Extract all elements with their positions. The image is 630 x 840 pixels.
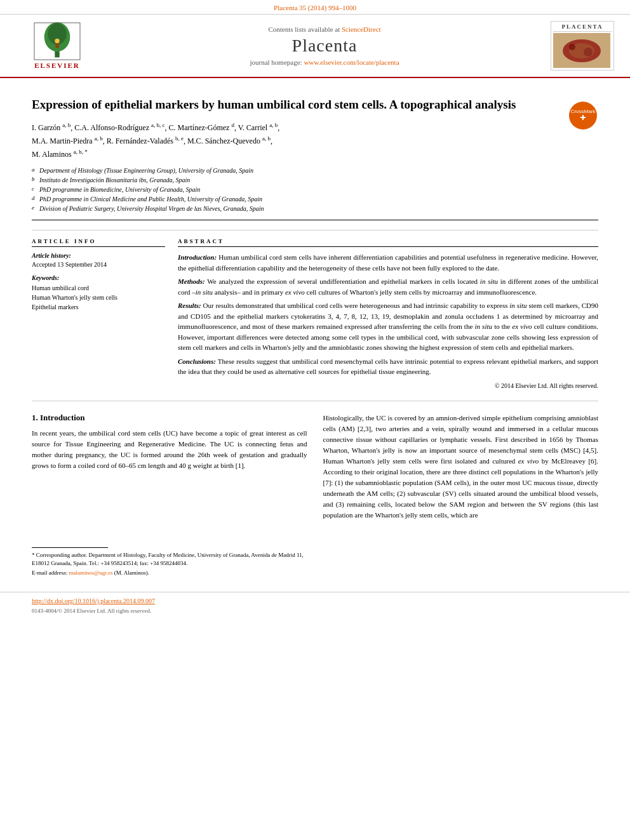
- author-4: V. Carriel a, b,: [238, 123, 279, 132]
- author-3: C. Martínez-Gómez d,: [168, 123, 236, 132]
- abstract-conclusions: Conclusions: These results suggest that …: [178, 356, 598, 377]
- keywords-list: Human umbilical cord Human Wharton's jel…: [32, 283, 165, 312]
- abstract-methods-label: Methods:: [178, 277, 205, 285]
- author-6: R. Fernández-Valadés b, e,: [107, 137, 185, 145]
- affil-a: a Department of Histology (Tissue Engine…: [32, 166, 598, 175]
- footnote-p1: * Corresponding author. Department of Hi…: [32, 551, 307, 567]
- keywords-title: Keywords:: [32, 274, 165, 281]
- abstract-results: Results: Our results demonstrated that u…: [178, 300, 598, 353]
- two-column-section: ARTICLE INFO Article history: Accepted 1…: [32, 230, 598, 389]
- elsevier-tree-icon: [32, 22, 83, 60]
- page-container: Placenta 35 (2014) 994–1000: [0, 0, 630, 622]
- svg-rect-5: [55, 43, 59, 48]
- placenta-logo-box: PLACENTA: [551, 21, 614, 70]
- citation-bar: Placenta 35 (2014) 994–1000: [0, 0, 630, 15]
- article-info-col: ARTICLE INFO Article history: Accepted 1…: [32, 238, 165, 389]
- journal-name: Placenta: [102, 36, 547, 56]
- section-divider: [32, 401, 598, 401]
- affil-d: d PhD programme in Clinical Medicine and…: [32, 194, 598, 204]
- sciencedirect-line: Contents lists available at ScienceDirec…: [102, 25, 547, 33]
- abstract-intro: Introduction: Human umbilical cord stem …: [178, 252, 598, 273]
- svg-point-11: [584, 48, 593, 57]
- article-history-label: Article history:: [32, 252, 165, 259]
- authors-line: I. Garzón a, b, C.A. Alfonso-Rodríguez a…: [32, 121, 598, 161]
- journal-header-center: Contents lists available at ScienceDirec…: [102, 25, 547, 66]
- affil-c: c PhD programme in Biomedicine, Universi…: [32, 185, 598, 194]
- elsevier-logo-area: ELSEVIER: [13, 22, 102, 69]
- author-2: C.A. Alfonso-Rodríguez a, b, c,: [74, 123, 166, 132]
- main-content: CrossMark Expression of epithelial marke…: [0, 78, 630, 592]
- keyword-3: Epithelial markers: [32, 302, 165, 312]
- journal-header: ELSEVIER Contents lists available at Sci…: [0, 15, 630, 78]
- journal-homepage-link[interactable]: www.elsevier.com/locate/placenta: [304, 58, 399, 66]
- abstract-results-text: Our results demonstrated that umbilical …: [178, 302, 598, 351]
- journal-header-right: PLACENTA: [547, 21, 617, 70]
- abstract-conclusions-label: Conclusions:: [178, 357, 216, 365]
- footnote-email-link[interactable]: malaminos@ugr.es: [69, 570, 112, 576]
- affil-c-text: PhD programme in Biomedicine, University…: [39, 185, 200, 194]
- placenta-image-svg: [553, 33, 610, 68]
- author-7: M.C. Sánchez-Quevedo a, b,: [187, 137, 272, 145]
- sciencedirect-link[interactable]: ScienceDirect: [342, 25, 381, 33]
- intro-right-text: Histologically, the UC is covered by an …: [323, 413, 599, 521]
- body-two-col: 1. Introduction In recent years, the umb…: [32, 413, 598, 579]
- affil-e: e Division of Pediatric Surgery, Univers…: [32, 204, 598, 213]
- intro-heading: 1. Introduction: [32, 413, 307, 423]
- intro-para-1: In recent years, the umbilical cord stem…: [32, 428, 307, 471]
- affil-e-text: Division of Pediatric Surgery, Universit…: [39, 204, 264, 213]
- abstract-results-label: Results:: [178, 302, 201, 309]
- abstract-text: Introduction: Human umbilical cord stem …: [178, 252, 598, 377]
- abstract-col: ABSTRACT Introduction: Human umbilical c…: [178, 238, 598, 389]
- abstract-conclusions-text: These results suggest that umbilical cor…: [178, 357, 598, 376]
- abstract-methods-text: We analyzed the expression of several un…: [178, 277, 598, 296]
- article-title-section: CrossMark Expression of epithelial marke…: [32, 88, 598, 220]
- intro-para-right: Histologically, the UC is covered by an …: [323, 413, 599, 521]
- footnote-email: E-mail address: malaminos@ugr.es (M. Ala…: [32, 569, 307, 577]
- affil-b-text: Instituto de Investigación Biosanitaria …: [39, 175, 190, 185]
- placenta-logo-title: PLACENTA: [553, 23, 612, 32]
- elsevier-label-text: ELSEVIER: [34, 62, 80, 69]
- footer-doi-link[interactable]: http://dx.doi.org/10.1016/j.placenta.201…: [32, 597, 598, 604]
- article-info-title: ARTICLE INFO: [32, 238, 165, 247]
- footnote-divider: [32, 547, 108, 548]
- body-col-left: 1. Introduction In recent years, the umb…: [32, 413, 307, 579]
- elsevier-logo: ELSEVIER: [32, 22, 83, 69]
- abstract-intro-label: Introduction:: [178, 253, 217, 261]
- body-col-right: Histologically, the UC is covered by an …: [323, 413, 599, 579]
- affil-b: b Instituto de Investigación Biosanitari…: [32, 175, 598, 185]
- svg-point-4: [55, 39, 59, 43]
- keyword-2: Human Wharton's jelly stem cells: [32, 293, 165, 302]
- abstract-methods: Methods: We analyzed the expression of s…: [178, 276, 598, 297]
- author-5: M.A. Martin-Piedra a, b,: [32, 137, 105, 145]
- citation-text: Placenta 35 (2014) 994–1000: [274, 4, 356, 11]
- affil-a-text: Department of Histology (Tissue Engineer…: [39, 166, 253, 175]
- svg-point-10: [569, 44, 575, 50]
- abstract-title: ABSTRACT: [178, 238, 598, 247]
- crossmark-container[interactable]: CrossMark: [568, 100, 598, 133]
- article-title: Expression of epithelial markers by huma…: [32, 97, 598, 113]
- affiliations: a Department of Histology (Tissue Engine…: [32, 166, 598, 213]
- keyword-1: Human umbilical cord: [32, 283, 165, 293]
- placenta-logo-image: [553, 33, 610, 68]
- journal-homepage-line: journal homepage: www.elsevier.com/locat…: [102, 58, 547, 66]
- author-1: I. Garzón a, b,: [32, 123, 72, 132]
- page-footer: http://dx.doi.org/10.1016/j.placenta.201…: [0, 592, 630, 622]
- footnote-text: * Corresponding author. Department of Hi…: [32, 551, 307, 577]
- footnote-area: * Corresponding author. Department of Hi…: [32, 547, 307, 577]
- copyright-line: © 2014 Elsevier Ltd. All rights reserved…: [178, 382, 598, 389]
- footer-issn: 0143-4004/© 2014 Elsevier Ltd. All right…: [32, 608, 151, 614]
- crossmark-badge-icon: CrossMark: [568, 100, 598, 131]
- intro-body-text: In recent years, the umbilical cord stem…: [32, 428, 307, 471]
- footnote-email-prefix: E-mail address:: [32, 570, 67, 576]
- author-8: M. Alaminos a, b, *: [32, 150, 88, 159]
- article-accepted: Accepted 13 September 2014: [32, 261, 165, 268]
- affil-d-text: PhD programme in Clinical Medicine and P…: [39, 194, 262, 204]
- footnote-email-suffix: (M. Alaminos).: [114, 570, 149, 576]
- abstract-intro-text: Human umbilical cord stem cells have inh…: [178, 253, 598, 272]
- svg-rect-15: [582, 115, 584, 120]
- svg-text:CrossMark: CrossMark: [571, 109, 596, 114]
